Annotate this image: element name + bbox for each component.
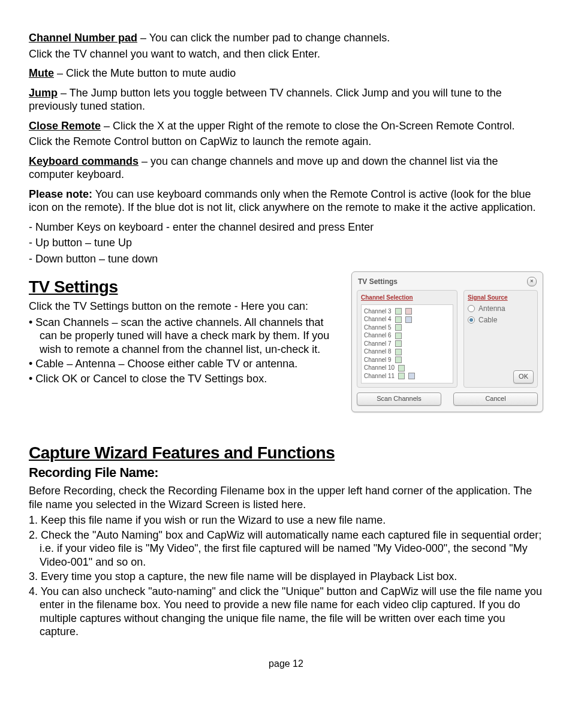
heading-recording-file-name: Recording File Name: [29,464,543,481]
list-item[interactable]: Channel 4 [364,316,450,324]
note-label: Please note: [29,188,92,200]
radio-cable[interactable]: Cable [468,316,534,325]
list-item[interactable]: Channel 10 [364,364,450,372]
def-keyboard: Keyboard commands – you can change chann… [29,155,543,182]
term-close-remote: Close Remote [29,120,101,132]
list-item: - Down button – tune down [29,252,543,266]
list-item[interactable]: Channel 6 [364,332,450,340]
cancel-button[interactable]: Cancel [453,392,538,406]
def-mute: Mute – Click the Mute button to mute aud… [29,67,543,80]
def-channel-number-pad: Channel Number pad – You can click the n… [29,31,543,61]
tv-settings-dialog-figure: TV Settings × Channel Selection Channel … [351,271,543,412]
source-panel: Signal Source Antenna Cable OK [463,290,538,388]
text: Click the Remote Control button on CapWi… [29,135,543,149]
channel-list: Channel 3 Channel 4 Channel 5 Channel 6 … [361,304,453,384]
numbered-item: 4. You can also uncheck "auto-naming" an… [29,585,543,639]
source-header: Signal Source [468,294,534,302]
please-note: Please note: You can use keyboard comman… [29,188,543,215]
list-item: - Up button – tune Up [29,236,543,250]
channels-header: Channel Selection [361,294,453,302]
list-item[interactable]: Channel 5 [364,324,450,332]
scan-channels-button[interactable]: Scan Channels [357,392,441,406]
numbered-item: 3. Every time you stop a capture, the ne… [29,570,543,584]
text: – The Jump button lets you toggle betwee… [29,87,502,113]
def-close-remote: Close Remote – Click the X at the upper … [29,119,543,149]
radio-antenna[interactable]: Antenna [468,304,534,313]
dialog-title: TV Settings [358,277,398,286]
list-item[interactable]: Channel 11 [364,373,450,380]
term-channel-number-pad: Channel Number pad [29,32,137,44]
numbered-item: 2. Check the "Auto Naming" box and CapWi… [29,528,543,569]
dialog-titlebar: TV Settings × [357,276,538,290]
text: – Click the X at the upper Right of the … [101,120,514,132]
def-jump: Jump – The Jump button lets you toggle b… [29,86,543,113]
note-text: You can use keyboard commands only when … [29,188,535,214]
key-list: - Number Keys on keyboard - enter the ch… [29,220,543,266]
channels-panel: Channel Selection Channel 3 Channel 4 Ch… [357,290,457,388]
list-item[interactable]: Channel 7 [364,340,450,348]
term-jump: Jump [29,87,58,99]
tv-settings-dialog: TV Settings × Channel Selection Channel … [351,271,543,412]
text: – You can click the number pad to change… [137,32,390,44]
text: – Click the Mute button to mute audio [54,67,236,79]
heading-capture-wizard: Capture Wizard Features and Functions [29,442,543,463]
text: Click the TV channel you want to watch, … [29,47,543,61]
capture-intro: Before Recording, check the Recording Fi… [29,484,543,511]
list-item[interactable]: Channel 8 [364,348,450,356]
list-item[interactable]: Channel 3 [364,308,450,316]
close-icon[interactable]: × [527,277,537,286]
page-number: page 12 [29,658,543,670]
term-keyboard: Keyboard commands [29,155,139,167]
list-item[interactable]: Channel 9 [364,357,450,364]
list-item: - Number Keys on keyboard - enter the ch… [29,220,543,234]
numbered-item: 1. Keep this file name if you wish or ru… [29,513,543,527]
ok-button[interactable]: OK [513,370,534,383]
term-mute: Mute [29,67,54,79]
